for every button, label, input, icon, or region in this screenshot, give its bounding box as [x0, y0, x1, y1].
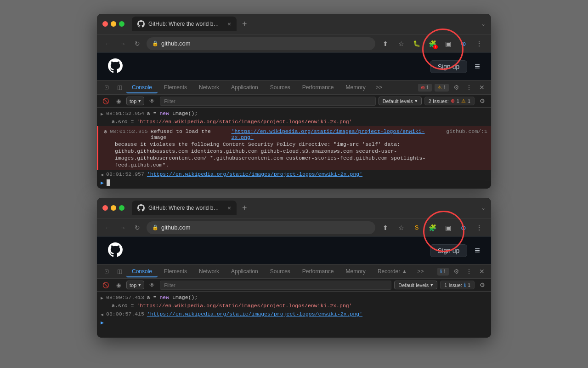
chevron-down-icon-2[interactable]: ⌄: [481, 205, 486, 211]
tab-close-1[interactable]: ✕: [227, 22, 231, 27]
tab-sources-1[interactable]: Sources: [265, 82, 296, 92]
tab-more-1[interactable]: >>: [372, 82, 386, 92]
devtools-toggle-1[interactable]: ⊡: [101, 82, 113, 92]
tab-application-1[interactable]: Application: [226, 82, 264, 92]
eye-button-1[interactable]: 👁: [147, 96, 157, 106]
new-tab-button-1[interactable]: +: [238, 19, 251, 29]
sidebar-button-1[interactable]: ▣: [441, 37, 454, 50]
console-gear-1[interactable]: ⚙: [477, 96, 487, 106]
bug-button-2[interactable]: S: [410, 221, 423, 234]
tab-performance-2[interactable]: Performance: [297, 266, 339, 276]
warn-count-1: 1: [443, 85, 446, 90]
devtools-settings-2[interactable]: ⚙: [451, 266, 462, 277]
tab-memory-1[interactable]: Memory: [340, 82, 371, 92]
minimize-button-2[interactable]: [111, 205, 116, 211]
devtools-toggle-3[interactable]: ⊡: [101, 266, 113, 276]
console-filter-icon-1[interactable]: ◉: [113, 96, 124, 106]
clear-console-2[interactable]: 🚫: [101, 280, 111, 290]
console-gear-2[interactable]: ⚙: [477, 280, 487, 290]
prompt-cursor-1[interactable]: [107, 179, 110, 186]
traffic-lights-2: [102, 205, 124, 211]
issues-badge-1[interactable]: 2 Issues: ⊗ 1 ⚠ 1: [424, 97, 475, 105]
image-call-1: Image();: [169, 110, 198, 116]
devtools-toggle-4[interactable]: ◫: [113, 266, 125, 276]
bug-button-1[interactable]: 🐛: [410, 37, 423, 50]
result-timestamp-b2-1: 08:00:57.415: [106, 311, 144, 317]
top-label-2: top: [130, 282, 136, 288]
levels-dropdown-2[interactable]: Default levels ▾: [394, 281, 437, 289]
tab-application-2[interactable]: Application: [226, 266, 264, 276]
tab-recorder-2[interactable]: Recorder ▲: [372, 266, 413, 276]
devtools-close-1[interactable]: ✕: [476, 82, 487, 93]
issues-count-2: 1: [468, 282, 470, 288]
top-dropdown-2[interactable]: top ▾: [126, 281, 144, 289]
tab-elements-2[interactable]: Elements: [158, 266, 192, 276]
tab-network-1[interactable]: Network: [193, 82, 225, 92]
devtools-toggle-2[interactable]: ◫: [113, 82, 125, 92]
lock-icon-2: 🔒: [152, 224, 158, 230]
maximize-button[interactable]: [119, 21, 124, 27]
error-link-1[interactable]: 'https://en.wikipedia.org/static/images/…: [232, 128, 444, 140]
result-link-1[interactable]: 'https://en.wikipedia.org/static/images/…: [147, 171, 362, 177]
filter-input-2[interactable]: [160, 281, 391, 290]
translate-button-2[interactable]: ⊕: [457, 221, 470, 234]
maximize-button-2[interactable]: [119, 205, 124, 211]
back-button-1[interactable]: ←: [102, 40, 113, 47]
code-text-2: a.src =: [112, 119, 134, 125]
tab-console-1[interactable]: Console: [126, 82, 158, 93]
devtools-close-2[interactable]: ✕: [476, 266, 487, 277]
filter-input-1[interactable]: [160, 97, 375, 106]
devtools-settings-1[interactable]: ⚙: [451, 82, 462, 93]
tab-performance-1[interactable]: Performance: [297, 82, 339, 92]
tab-more-2[interactable]: >>: [413, 266, 427, 276]
hamburger-menu-1[interactable]: ≡: [475, 61, 480, 72]
tab-elements-1[interactable]: Elements: [158, 82, 192, 92]
refresh-button-1[interactable]: ↻: [132, 40, 143, 47]
chevron-down-icon-1[interactable]: ⌄: [481, 21, 486, 27]
sidebar-button-2[interactable]: ▣: [441, 221, 454, 234]
extension-badge-1: !: [433, 45, 438, 49]
share-button-1[interactable]: ⬆: [379, 37, 392, 50]
share-button-2[interactable]: ⬆: [379, 221, 392, 234]
more-button-2[interactable]: ⋮: [473, 221, 486, 234]
forward-button-2[interactable]: →: [117, 224, 128, 231]
tab-sources-2[interactable]: Sources: [265, 266, 296, 276]
extensions-button-2[interactable]: 🧩: [426, 221, 439, 234]
levels-dropdown-1[interactable]: Default levels ▾: [379, 97, 422, 105]
hamburger-menu-2[interactable]: ≡: [475, 245, 480, 256]
top-dropdown-1[interactable]: top ▾: [126, 97, 144, 105]
translate-button-1[interactable]: ⊕: [457, 37, 470, 50]
tab-close-2[interactable]: ✕: [227, 206, 231, 211]
refresh-button-2[interactable]: ↻: [132, 224, 143, 231]
devtools-more-2[interactable]: ⋮: [464, 266, 475, 277]
error-src-1[interactable]: github.com/:1: [446, 128, 487, 134]
bookmark-button-2[interactable]: ☆: [395, 221, 407, 234]
devtools-more-1[interactable]: ⋮: [464, 82, 475, 93]
minimize-button[interactable]: [111, 21, 116, 27]
result-link-b2-1[interactable]: 'https://en.wikipedia.org/static/images/…: [147, 311, 362, 317]
tab-memory-2[interactable]: Memory: [340, 266, 371, 276]
close-button-2[interactable]: [102, 205, 108, 211]
title-bar-1: GitHub: Where the world build… ✕ + ⌄: [97, 14, 491, 34]
forward-button-1[interactable]: →: [117, 40, 128, 47]
tab-network-2[interactable]: Network: [193, 266, 225, 276]
extensions-button-1[interactable]: 🧩 !: [426, 37, 439, 50]
clear-console-1[interactable]: 🚫: [101, 96, 111, 106]
signin-button-1[interactable]: Sign up: [430, 60, 467, 73]
new-tab-button-2[interactable]: +: [238, 203, 251, 213]
issues-label-1: 2 Issues:: [429, 98, 449, 104]
signin-button-2[interactable]: Sign up: [430, 244, 467, 257]
eye-button-2[interactable]: 👁: [147, 280, 157, 290]
bookmark-button-1[interactable]: ☆: [395, 37, 407, 50]
tab-console-2[interactable]: Console: [126, 266, 158, 277]
url-bar-2[interactable]: 🔒 github.com: [147, 221, 375, 234]
url-bar-1[interactable]: 🔒 github.com: [147, 37, 375, 50]
tab-1[interactable]: GitHub: Where the world build… ✕: [132, 17, 237, 31]
close-button[interactable]: [102, 21, 108, 27]
issues-badge-2[interactable]: 1 Issue: ℹ 1: [440, 281, 475, 289]
tab-2[interactable]: GitHub: Where the world build… ✕: [132, 201, 237, 215]
url-text-1: github.com: [161, 40, 191, 47]
console-filter-icon-2[interactable]: ◉: [113, 280, 124, 290]
back-button-2[interactable]: ←: [102, 224, 113, 231]
more-button-1[interactable]: ⋮: [473, 37, 486, 50]
